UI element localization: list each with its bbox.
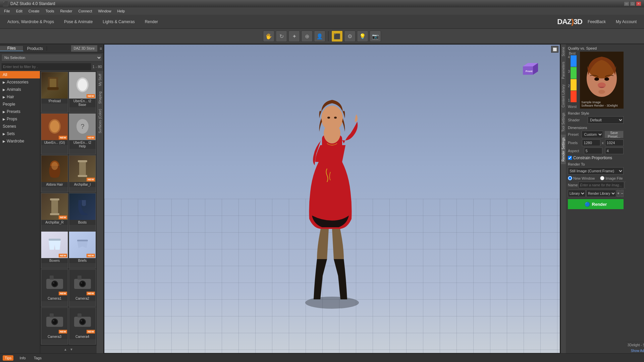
tool-active3[interactable]: 💡 bbox=[357, 31, 368, 42]
list-item[interactable]: NEW Camera3 bbox=[41, 307, 68, 345]
tab-render-settings[interactable]: Render Settings bbox=[561, 135, 566, 164]
viewport-collapse-btn[interactable]: ⬜ bbox=[551, 46, 558, 53]
scroll-down-arrow[interactable]: ▼ bbox=[68, 346, 74, 353]
save-preset-btn[interactable]: Save Preset... bbox=[604, 131, 624, 138]
menu-file[interactable]: File bbox=[1, 8, 13, 14]
tab-products[interactable]: Products bbox=[23, 46, 47, 51]
maximize-btn[interactable]: □ bbox=[630, 1, 635, 6]
list-item[interactable]: NEW Camera1 bbox=[41, 269, 68, 306]
image-file-radio[interactable]: Image File bbox=[600, 176, 623, 180]
tool-active1[interactable]: ⬛ bbox=[331, 31, 343, 42]
tool-figure-move[interactable]: 🖐 bbox=[263, 31, 274, 42]
quality-bar-4[interactable] bbox=[571, 55, 577, 67]
cat-accessories[interactable]: ▶Accessories bbox=[0, 78, 40, 86]
list-item[interactable]: !Preload bbox=[41, 72, 68, 113]
new-window-radio[interactable]: New Window bbox=[568, 176, 595, 180]
render-library-select[interactable]: Render Library bbox=[586, 190, 616, 197]
show-advanced-btn[interactable]: Show Advanced Settings bbox=[626, 348, 644, 353]
pixels-width-input[interactable] bbox=[582, 139, 600, 146]
nav-lights[interactable]: Lights & Cameras bbox=[98, 18, 139, 25]
tool-figure-rotate[interactable]: ↻ bbox=[276, 31, 287, 42]
feedback-btn[interactable]: FeedBack bbox=[583, 18, 610, 25]
tab-files[interactable]: Files bbox=[0, 46, 23, 51]
cat-wardrobe[interactable]: ▶Wardrobe bbox=[0, 137, 40, 145]
library-select[interactable]: Library bbox=[568, 190, 586, 197]
menu-tools[interactable]: Tools bbox=[43, 8, 57, 14]
tab-tips[interactable]: Tips bbox=[3, 355, 13, 361]
nav-pose[interactable]: Pose & Animate bbox=[59, 18, 97, 25]
sidebar-surfaces[interactable]: Surfaces (Color) bbox=[98, 106, 103, 136]
tab-tags[interactable]: Tags bbox=[32, 355, 44, 361]
svg-rect-11 bbox=[79, 160, 86, 177]
list-item[interactable]: NEW Camera4 bbox=[69, 307, 96, 345]
aspect-width-input[interactable] bbox=[584, 147, 602, 154]
quality-bar-3[interactable] bbox=[571, 67, 577, 78]
nav-actors[interactable]: Actors, Wardrobe & Props bbox=[3, 18, 59, 25]
list-item[interactable]: NEW Briefs bbox=[69, 231, 96, 268]
tab-info[interactable]: Info bbox=[17, 355, 28, 361]
cat-all[interactable]: All bbox=[0, 71, 40, 78]
menu-edit[interactable]: Edit bbox=[13, 8, 25, 14]
tool-camera[interactable]: 👤 bbox=[314, 31, 325, 42]
list-item[interactable]: NEW Camera2 bbox=[69, 269, 96, 306]
filter-select[interactable]: No Selection bbox=[1, 54, 102, 61]
cube-gizmo[interactable]: Front bbox=[516, 58, 540, 81]
constrain-checkbox[interactable] bbox=[568, 156, 572, 160]
list-item[interactable]: NEW Boxers bbox=[41, 231, 68, 268]
quality-bar-2[interactable] bbox=[571, 79, 577, 90]
list-item[interactable]: NEW UberEn... (GI) bbox=[41, 113, 68, 154]
list-item[interactable]: NEW Archpillar_R bbox=[41, 193, 68, 230]
tool-active2[interactable]: ⚙ bbox=[344, 31, 356, 42]
account-btn[interactable]: My Account bbox=[611, 18, 641, 25]
minimize-btn[interactable]: ─ bbox=[624, 1, 629, 6]
tab-content-library[interactable]: Content Library bbox=[561, 82, 566, 110]
panel-menu-icon[interactable]: ≡ bbox=[98, 45, 103, 52]
cat-props[interactable]: ▶Props bbox=[0, 115, 40, 123]
cat-scenes-label: Scenes bbox=[3, 124, 16, 129]
viewport[interactable]: Front ⬜ bbox=[104, 44, 560, 353]
tool-group[interactable]: ⊕ bbox=[301, 31, 313, 42]
aspect-height-input[interactable] bbox=[605, 147, 624, 154]
menu-window[interactable]: Window bbox=[95, 8, 114, 14]
svg-rect-25 bbox=[77, 276, 82, 280]
name-label: Name bbox=[568, 183, 578, 187]
menu-render[interactable]: Render bbox=[57, 8, 75, 14]
render-button[interactable]: 🔵 Render bbox=[568, 199, 624, 209]
tool-joint[interactable]: ✦ bbox=[288, 31, 300, 42]
shader-select[interactable]: Default bbox=[588, 116, 624, 124]
list-item[interactable]: Boots bbox=[69, 193, 96, 230]
pixels-height-input[interactable] bbox=[605, 139, 624, 146]
cat-presets[interactable]: ▶Presets bbox=[0, 108, 40, 115]
name-ext-select[interactable]: .png bbox=[625, 182, 626, 188]
list-item[interactable]: Aldora Hair bbox=[41, 155, 68, 192]
scroll-up-arrow[interactable]: ▲ bbox=[62, 346, 68, 353]
lib-minus-btn[interactable]: − bbox=[621, 190, 624, 197]
list-item[interactable]: NEW Archpillar_l bbox=[69, 155, 96, 192]
cat-sets[interactable]: ▶Sets bbox=[0, 130, 40, 137]
cat-people[interactable]: People bbox=[0, 101, 40, 108]
daz-store-btn[interactable]: DAZ 3D Store bbox=[71, 45, 98, 52]
menu-connect[interactable]: Connect bbox=[76, 8, 95, 14]
cat-scenes[interactable]: Scenes bbox=[0, 123, 40, 130]
preset-select[interactable]: Custom bbox=[582, 131, 603, 138]
tab-tool-settings[interactable]: Tool Settings bbox=[561, 110, 566, 134]
quality-bar-1[interactable] bbox=[571, 91, 577, 102]
cat-hair[interactable]: ▶Hair bbox=[0, 93, 40, 101]
tab-parameters[interactable]: Parameters bbox=[561, 59, 566, 82]
render-to-select[interactable]: Still Image (Current Frame) bbox=[568, 167, 624, 175]
menu-create[interactable]: Create bbox=[26, 8, 42, 14]
tab-scene[interactable]: Scene bbox=[561, 44, 566, 59]
list-item[interactable]: NEW UberEn... t2 Base bbox=[69, 72, 96, 113]
lib-plus-btn[interactable]: + bbox=[617, 190, 620, 197]
sidebar-shaping[interactable]: Shaping bbox=[98, 89, 103, 107]
name-input[interactable] bbox=[578, 182, 624, 188]
sidebar-my-stuff[interactable]: My Stuff bbox=[98, 71, 103, 89]
pixels-x: x bbox=[602, 141, 604, 145]
cat-animals[interactable]: ▶Animals bbox=[0, 86, 40, 93]
filter-input[interactable] bbox=[1, 63, 91, 70]
menu-help[interactable]: Help bbox=[115, 8, 128, 14]
nav-render[interactable]: Render bbox=[140, 18, 163, 25]
tool-active4[interactable]: 📷 bbox=[370, 31, 381, 42]
list-item[interactable]: ? NEW UberEn... t2 Help bbox=[69, 113, 96, 154]
close-btn[interactable]: ✕ bbox=[636, 1, 641, 6]
